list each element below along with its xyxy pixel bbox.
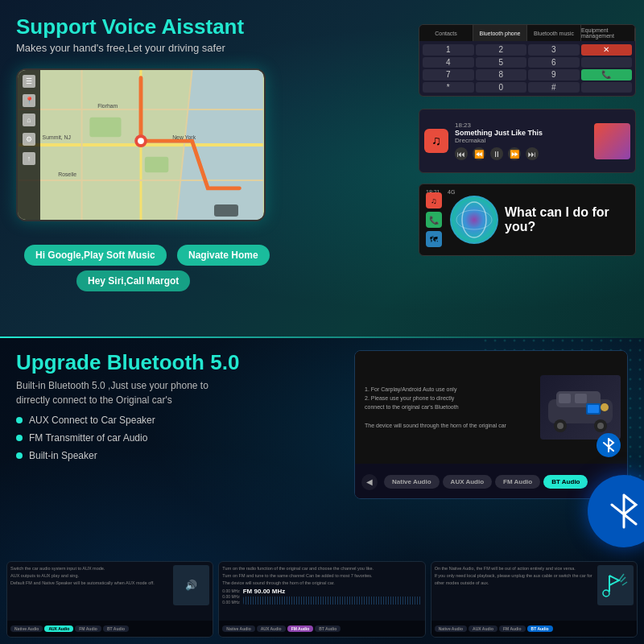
music-title: Something Just Like This (455, 129, 588, 137)
aux-audio-btn[interactable]: AUX Audio (443, 475, 492, 489)
fast-forward-btn[interactable]: ⏩ (508, 147, 521, 160)
svg-rect-8 (145, 157, 168, 173)
mini-fm-btn-3[interactable]: FM Audio (499, 625, 526, 632)
feature-dot-speaker (16, 452, 23, 459)
mini-native-btn-3[interactable]: Native Audio (435, 625, 467, 632)
tab-bluetooth-phone[interactable]: Bluetooth phone (473, 25, 527, 41)
sidebar-arrow-icon[interactable]: ↑ (23, 152, 35, 165)
svg-point-10 (138, 138, 144, 144)
sidebar-settings-icon[interactable]: ⚙ (23, 133, 35, 146)
svg-rect-26 (559, 394, 571, 403)
feature-list: AUX Connect to Car Speaker FM Transmitte… (16, 415, 155, 468)
mini-panel-aux-content: Switch the car audio system input to AUX… (7, 562, 213, 610)
mini-bt-btn-1[interactable]: BT Audio (103, 625, 129, 632)
mini-panel-aux: Switch the car audio system input to AUX… (6, 561, 213, 638)
mini-panel-native-image (597, 565, 634, 605)
fm-audio-btn[interactable]: FM Audio (495, 475, 540, 489)
siri-maps-icon[interactable]: 🗺 (426, 231, 442, 247)
tab-contacts[interactable]: Contacts (419, 25, 473, 41)
music-controls: ⏮ ⏪ ⏸ ⏩ ⏭ (455, 147, 588, 160)
sidebar-home-icon[interactable]: ⌂ (23, 114, 35, 126)
siri-music-icon[interactable]: ♫ (426, 192, 442, 208)
mini-panel-fm-content: Turn on the radio function of the origin… (219, 562, 424, 610)
panel-instructions: 1. For Carplay/Android Auto use only 2. … (361, 382, 535, 433)
feature-item-aux: AUX Connect to Car Speaker (16, 415, 155, 426)
top-section-subtitle: Makes your hand's free,Let your driving … (16, 42, 225, 54)
mini-panels-row: Switch the car audio system input to AUX… (6, 561, 638, 638)
mini-panel-native: On the Native Audio, the FM will be out … (431, 561, 638, 638)
mini-native-btn-1[interactable]: Native Audio (10, 625, 43, 632)
google-voice-bubble: Hi Google,Play Soft Music (24, 245, 167, 266)
dial-3[interactable]: 3 (528, 44, 580, 56)
mini-panel-fm: Turn on the radio function of the origin… (218, 561, 425, 638)
dial-5[interactable]: 5 (476, 57, 527, 68)
svg-point-25 (597, 423, 604, 429)
dial-star[interactable]: * (423, 82, 474, 93)
music-app-icon[interactable]: ♫ (424, 129, 448, 153)
main-panel-content: 1. For Carplay/Android Auto use only 2. … (355, 351, 627, 464)
mini-panel-native-buttons: Native Audio AUX Audio FM Audio BT Audio (431, 621, 637, 637)
sidebar-menu-icon[interactable]: ☰ (23, 75, 35, 88)
mini-native-btn-2[interactable]: Native Audio (222, 625, 254, 632)
dial-2[interactable]: 2 (476, 44, 527, 56)
dial-4[interactable]: 4 (423, 57, 474, 68)
dial-hash[interactable]: # (528, 82, 580, 93)
dial-call[interactable]: 📞 (581, 69, 633, 80)
dial-1[interactable]: 1 (423, 44, 474, 56)
svg-text:Summit, NJ: Summit, NJ (43, 134, 71, 140)
bluetooth-phone-panel: Contacts Bluetooth phone Bluetooth music… (419, 24, 636, 97)
mini-fm-btn-2[interactable]: FM Audio (287, 625, 314, 632)
fm-freq-numbers: 0.00 MHz 0.00 MHz 0.00 MHz (222, 588, 239, 605)
svg-text:New York: New York (172, 134, 196, 140)
fm-freq-main: FM 90.00 MHz (243, 588, 422, 605)
dial-empty1 (581, 57, 633, 68)
mini-aux-btn-3[interactable]: AUX Audio (469, 625, 497, 632)
sidebar-location-icon[interactable]: 📍 (23, 94, 35, 107)
panel-car-image (540, 375, 621, 440)
dial-delete[interactable]: ✕ (581, 44, 633, 56)
dial-6[interactable]: 6 (528, 57, 580, 68)
prev-btn[interactable]: ⏮ (455, 147, 468, 160)
siri-signal: 4G (448, 189, 455, 195)
svg-point-23 (557, 423, 564, 429)
mini-panel-aux-buttons: Native Audio AUX Audio FM Audio BT Audio (7, 621, 213, 637)
siri-panel: 18:21 4G ♫ 📞 🗺 What can I d (419, 184, 636, 256)
bt-audio-btn[interactable]: BT Audio (543, 475, 588, 489)
svg-point-28 (601, 403, 609, 411)
music-artist: Drecmakal (455, 137, 588, 144)
dial-9[interactable]: 9 (528, 69, 580, 80)
mini-aux-btn-1[interactable]: AUX Audio (44, 625, 73, 632)
siri-app-icons: ♫ 📞 🗺 (426, 184, 445, 255)
tab-equipment-management[interactable]: Equipment management (581, 25, 635, 41)
mini-panel-fm-buttons: Native Audio AUX Audio FM Audio BT Audio (219, 621, 424, 637)
tab-bluetooth-music[interactable]: Bluetooth music (527, 25, 581, 41)
music-album-art (594, 123, 630, 159)
svg-text:Roselle: Roselle (58, 171, 76, 177)
next-btn[interactable]: ⏭ (526, 147, 539, 160)
main-product-panel: 1. For Carplay/Android Auto use only 2. … (354, 350, 628, 499)
svg-rect-7 (89, 118, 121, 137)
dial-8[interactable]: 8 (476, 69, 527, 80)
mini-panel-native-content: On the Native Audio, the FM will be out … (431, 562, 637, 610)
dial-grid: 1 2 3 ✕ 4 5 6 7 8 9 📞 * 0 # (419, 41, 635, 96)
top-section-title: Support Voice Aisstant (16, 14, 244, 39)
dial-empty2 (581, 82, 633, 93)
bluetooth-icon-panel (597, 433, 621, 457)
music-panel: ♫ 18:23 Something Just Like This Drecmak… (419, 109, 636, 173)
carplay-logo (214, 204, 238, 217)
dial-7[interactable]: 7 (423, 69, 474, 80)
audio-back-btn[interactable]: ◀ (361, 474, 378, 490)
siri-phone-icon[interactable]: 📞 (426, 212, 442, 228)
mini-bt-btn-2[interactable]: BT Audio (315, 625, 341, 632)
rewind-btn[interactable]: ⏪ (473, 147, 485, 160)
bottom-section-title: Upgrade Bluetooth 5.0 (16, 350, 239, 375)
native-audio-btn[interactable]: Native Audio (384, 475, 440, 489)
dial-0[interactable]: 0 (476, 82, 527, 93)
svg-text:Florham: Florham (97, 103, 118, 109)
mini-fm-btn-1[interactable]: FM Audio (75, 625, 101, 632)
mini-bt-btn-3[interactable]: BT Audio (527, 625, 553, 632)
svg-point-15 (452, 197, 497, 242)
music-info: 18:23 Something Just Like This Drecmakal… (455, 122, 588, 160)
mini-aux-btn-2[interactable]: AUX Audio (257, 625, 286, 632)
play-pause-btn[interactable]: ⏸ (490, 147, 503, 160)
